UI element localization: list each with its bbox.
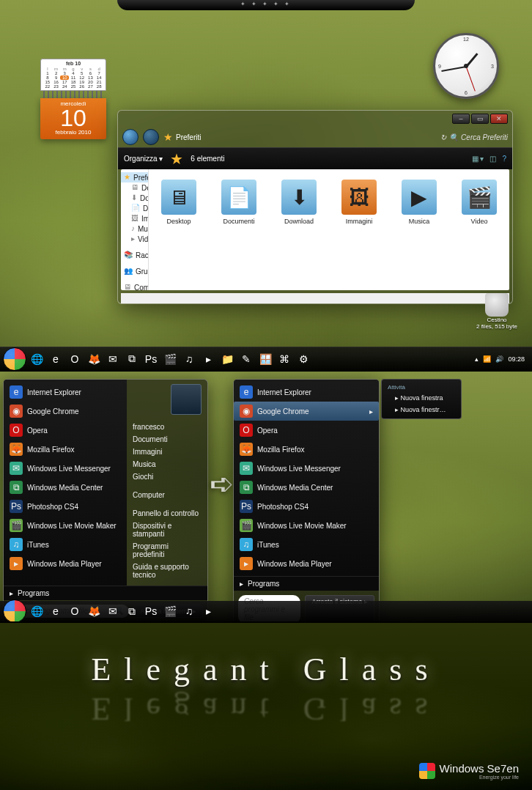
minimize-button[interactable]: –	[452, 114, 470, 124]
search-input[interactable]: Cerca Preferiti	[461, 133, 508, 141]
user-avatar[interactable]	[171, 384, 202, 415]
refresh-icon[interactable]: ↻	[440, 133, 446, 141]
folder-item[interactable]: 🖥Desktop	[156, 180, 202, 225]
start-menu-item[interactable]: ◉Google Chrome	[4, 402, 127, 421]
tray-icon[interactable]: ▴	[475, 355, 479, 363]
maximize-button[interactable]: ▭	[471, 114, 489, 124]
taskbar[interactable]: 🌐eO🦊✉⧉Ps🎬♫▸📁✎🪟⌘⚙ ▴📶🔊09:28	[0, 347, 532, 370]
jumplist-item[interactable]: ▸ Nuova finestr…	[382, 404, 461, 416]
start-right-item[interactable]: Programmi predefiniti	[133, 540, 202, 561]
start-menu-item[interactable]: ⧉Windows Media Center	[234, 478, 379, 497]
folder-item[interactable]: ⬇Download	[276, 180, 322, 225]
taskbar-app-icon[interactable]: 🎬	[161, 350, 179, 368]
taskbar-app-icon[interactable]: 🎬	[161, 602, 179, 620]
taskbar-app-icon[interactable]: 🌐	[28, 350, 45, 368]
folder-item[interactable]: 🖼Immagini	[336, 180, 382, 225]
tree-item[interactable]: 🖥Desktop	[121, 182, 148, 193]
tree-item[interactable]: 📄Documenti	[121, 203, 148, 213]
folder-item[interactable]: 🎬Video	[457, 180, 502, 225]
taskbar-app-icon[interactable]: ▸	[199, 602, 217, 620]
start-right-item[interactable]: Giochi	[133, 470, 202, 483]
view-icon[interactable]: ▦ ▾	[472, 155, 484, 163]
taskbar-app-icon[interactable]: Ps	[142, 602, 160, 620]
taskbar-app-icon[interactable]: 🦊	[85, 350, 103, 368]
start-menu-item[interactable]: 🦊Mozilla Firefox	[4, 440, 127, 459]
taskbar-app-icon[interactable]: ✎	[237, 350, 255, 368]
start-menu-item[interactable]: 🦊Mozilla Firefox	[234, 440, 379, 459]
tree-item[interactable]: 🖼Immagini	[121, 213, 148, 224]
nav-tree[interactable]: ★Preferiti🖥Desktop⬇Download📄Documenti🖼Im…	[121, 169, 149, 290]
nav-back-button[interactable]	[122, 129, 138, 145]
start-menu-item[interactable]: ✉Windows Live Messenger	[234, 459, 379, 478]
taskbar-app-icon[interactable]: ✉	[104, 602, 122, 620]
breadcrumb[interactable]: ★ Preferiti	[163, 131, 201, 143]
start-menu[interactable]: eInternet Explorer◉Google ChromeOOpera🦊M…	[3, 379, 208, 621]
explorer-window[interactable]: – ▭ ✕ ★ Preferiti ↻ 🔍 Cerca Preferiti Or…	[117, 110, 513, 304]
tree-item[interactable]: ▸Video	[121, 234, 148, 244]
folder-item[interactable]: 📄Documenti	[216, 180, 262, 225]
organize-menu[interactable]: Organizza ▾	[124, 155, 163, 163]
taskbar-app-icon[interactable]: Ps	[142, 350, 160, 368]
help-icon[interactable]: ?	[502, 155, 506, 163]
tray-icon[interactable]: 📶	[483, 355, 491, 363]
taskbar-app-icon[interactable]: ▸	[199, 350, 217, 368]
tree-item[interactable]: 📚Raccolte	[121, 250, 148, 260]
taskbar-app-icon[interactable]: 📁	[218, 350, 236, 368]
start-right-item[interactable]: Immagini	[133, 446, 202, 458]
start-menu-item[interactable]: ♫iTunes	[4, 535, 127, 554]
start-right-item[interactable]: Guida e supporto tecnico	[133, 561, 202, 581]
start-menu-hover[interactable]: eInternet Explorer◉Google Chrome▸OOpera🦊…	[233, 379, 380, 621]
taskbar-app-icon[interactable]: e	[47, 602, 64, 620]
tree-item[interactable]: ⬇Download	[121, 193, 148, 203]
folder-item[interactable]: ▶Musica	[396, 180, 442, 225]
start-menu-item[interactable]: ▸Windows Media Player	[234, 554, 379, 573]
start-menu-item[interactable]: ▸Windows Media Player	[4, 554, 127, 573]
system-tray[interactable]: ▴📶🔊09:28	[475, 355, 529, 363]
start-button[interactable]	[3, 347, 26, 371]
all-programs[interactable]: ▸ Programs	[4, 586, 207, 600]
start-menu-item[interactable]: eInternet Explorer	[4, 383, 127, 402]
start-button[interactable]	[3, 599, 26, 621]
nav-forward-button[interactable]	[143, 129, 159, 145]
tree-item[interactable]: 👥Gruppo home	[121, 266, 148, 276]
taskbar-app-icon[interactable]: ✉	[104, 350, 122, 368]
folder-content[interactable]: 🖥Desktop📄Documenti⬇Download🖼Immagini▶Mus…	[149, 169, 509, 290]
start-menu-item[interactable]: ◉Google Chrome▸	[234, 402, 379, 421]
taskbar-app-icon[interactable]: ♫	[180, 350, 198, 368]
tray-icon[interactable]: 🔊	[495, 355, 503, 363]
clock-gadget[interactable]: 12 3 6 9	[433, 33, 499, 99]
start-right-item[interactable]: Dispositivi e stampanti	[133, 520, 202, 540]
taskbar-app-icon[interactable]: O	[66, 350, 84, 368]
taskbar-app-icon[interactable]: e	[47, 350, 64, 368]
start-menu-item[interactable]: 🎬Windows Live Movie Maker	[4, 516, 127, 535]
tree-item[interactable]: 🖥Computer	[121, 282, 148, 290]
start-menu-item[interactable]: 🎬Windows Live Movie Maker	[234, 516, 379, 535]
clock-time[interactable]: 09:28	[508, 355, 525, 363]
start-right-item[interactable]: Pannello di controllo	[133, 507, 202, 520]
taskbar-app-icon[interactable]: ⧉	[123, 350, 141, 368]
start-menu-item[interactable]: OOpera	[234, 421, 379, 440]
taskbar[interactable]: 🌐eO🦊✉⧉Ps🎬♫▸	[0, 601, 532, 621]
calendar-gadget[interactable]: feb 10 lmmgvsd12345678910111213141516171…	[40, 59, 106, 139]
recycle-bin[interactable]: Cestino 2 files, 515 byte	[476, 293, 517, 330]
taskbar-app-icon[interactable]: O	[66, 602, 84, 620]
tree-item[interactable]: ★Preferiti	[121, 172, 148, 182]
window-titlebar[interactable]: – ▭ ✕	[118, 111, 512, 127]
start-right-item[interactable]: Documenti	[133, 433, 202, 446]
taskbar-app-icon[interactable]: ⧉	[123, 602, 141, 620]
taskbar-app-icon[interactable]: ♫	[180, 602, 198, 620]
jumplist-item[interactable]: ▸ Nuova finestra	[382, 392, 461, 404]
jumplist[interactable]: Attività ▸ Nuova finestra▸ Nuova finestr…	[381, 379, 462, 419]
start-right-item[interactable]: francesco	[133, 421, 202, 433]
preview-pane-icon[interactable]: ◫	[489, 155, 496, 163]
start-menu-item[interactable]: PsPhotoshop CS4	[234, 497, 379, 516]
taskbar-app-icon[interactable]: ⚙	[295, 350, 312, 368]
start-menu-item[interactable]: eInternet Explorer	[234, 383, 379, 402]
start-right-item[interactable]: Musica	[133, 458, 202, 470]
start-right-item[interactable]: Computer	[133, 489, 202, 501]
start-menu-item[interactable]: OOpera	[4, 421, 127, 440]
taskbar-app-icon[interactable]: 🌐	[28, 602, 45, 620]
start-menu-item[interactable]: PsPhotoshop CS4	[4, 497, 127, 516]
all-programs[interactable]: ▸ Programs	[234, 576, 379, 591]
start-menu-item[interactable]: ✉Windows Live Messenger	[4, 459, 127, 478]
